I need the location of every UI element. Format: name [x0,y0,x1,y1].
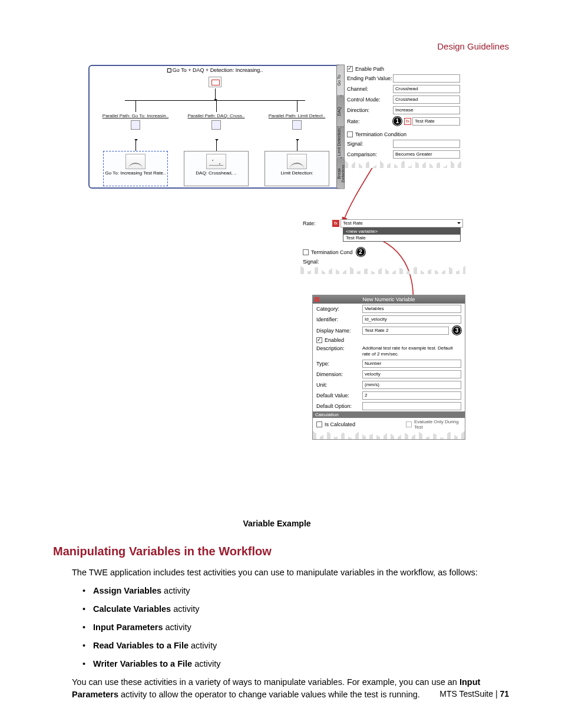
pp2-label: Parallel Path: DAQ: Cross.. [181,113,252,118]
figure: Go To + DAQ + Detection: Increasing.. Pa… [88,65,465,528]
popout-term-checkbox[interactable] [303,249,309,255]
popout-term-label: Termination Cond [311,249,353,255]
pp2-icon [211,120,221,130]
tab-limit[interactable]: Limit Detection [336,127,345,158]
block-goto-label: Go To: Increasing Test Rate.. [104,170,167,176]
callout-2: 2 [356,248,365,256]
nv-defo-label: Default Option: [316,403,362,409]
nv-dim-label: Dimension: [316,371,362,377]
list-item: Writer Variables to a File activity [82,658,509,670]
curve-icon2 [287,154,307,169]
direction-field[interactable]: Increase [393,106,460,114]
dialog-titlebar: New Numeric Variable [313,295,465,304]
fx-icon-2[interactable]: fx [332,220,339,227]
nv-identifier-field[interactable]: Id_velocity [362,315,461,324]
dd-opt-new[interactable]: <new variable> [343,228,460,235]
properties-panel: Go To DAQ Limit Detection Break Detectio… [345,65,462,168]
dialog-title: New Numeric Variable [363,297,415,302]
rate-label: Rate: [347,118,393,124]
channel-label: Channel: [347,86,393,92]
wave-icon [206,154,226,169]
nv-calc-section: Calculation [313,411,465,418]
popout-rate-field[interactable]: Test Rate [340,219,463,228]
section-heading: Manipulating Variables in the Workflow [53,545,509,558]
ending-path-field[interactable] [393,74,460,83]
properties-tabs: Go To DAQ Limit Detection Break Detectio… [336,65,345,189]
pp3-icon [292,120,302,130]
nv-display-field[interactable]: Test Rate 2 [362,327,449,335]
rate-field[interactable]: Test Rate [412,117,460,126]
channel-field[interactable]: Crosshead [393,85,460,93]
termination-label: Termination Condition [355,131,406,137]
block-limit[interactable]: Limit Detection: [265,151,329,186]
controlmode-field[interactable]: Crosshead [393,95,460,104]
nv-enabled-label: Enabled [325,337,344,343]
torn-edge [345,160,462,168]
activity-list: Assign Variables activity Calculate Vari… [82,585,509,670]
curve-icon [125,154,146,169]
list-item: Calculate Variables activity [82,603,509,615]
controlmode-label: Control Mode: [347,97,393,103]
enable-path-checkbox[interactable] [347,66,353,72]
page-footer: MTS TestSuite | 71 [439,689,509,699]
block-limit-label: Limit Detection: [265,170,329,176]
tab-break[interactable]: Break Detection [336,158,345,189]
list-item: Input Parameters activity [82,621,509,634]
nv-dim-field[interactable]: velocity [362,370,461,378]
tab-goto[interactable]: Go To [336,65,345,96]
nv-identifier-label: Identifier: [316,317,362,322]
rate-dropdown-list: <new variable> Test Rate [343,228,461,242]
nv-type-label: Type: [316,361,362,367]
popout-rate-label: Rate: [303,220,332,226]
popout-signal-label: Signal: [303,259,332,265]
rate-dropdown-popout: Rate: fx Test Rate <new variable> Test R… [300,218,465,274]
nv-defo-field[interactable] [362,402,461,410]
block-daq-label: DAQ: Crosshead, .. [184,170,248,176]
block-goto[interactable]: Go To: Increasing Test Rate.. [103,151,168,186]
torn-edge-2 [300,266,465,274]
nv-desc-field[interactable]: Additonal test rate for example test. De… [362,345,461,357]
callout-3: 3 [452,326,461,335]
figure-caption: Variable Example [88,519,465,528]
comparison-field[interactable]: Becomes Greater [393,150,460,159]
pp1-label: Parallel Path: Go To: Increasin.. [100,113,171,118]
nv-unit-field[interactable]: (mm/s) [362,381,461,389]
nv-unit-label: Unit: [316,382,362,388]
body-text: The TWE application includes test activi… [72,566,509,701]
nv-enabled-checkbox[interactable] [316,337,322,343]
new-variable-dialog: New Numeric Variable Category:Variables … [312,295,465,440]
nv-defv-label: Default Value: [316,393,362,398]
parallel-path-3: Parallel Path: Limit Detect.. Limit Dete… [262,113,332,186]
intro-paragraph: The TWE application includes test activi… [72,566,509,579]
termination-checkbox[interactable] [347,131,353,137]
block-daq[interactable]: DAQ: Crosshead, .. [184,151,249,186]
pp1-icon [131,120,140,130]
nv-evalonly-checkbox[interactable] [406,421,412,427]
nv-type-field[interactable]: Number [362,360,461,368]
signal-label: Signal: [347,141,393,147]
callout-1: 1 [393,117,402,126]
nv-category-label: Category: [316,306,362,312]
tab-daq[interactable]: DAQ [336,96,345,127]
parallel-path-2: Parallel Path: DAQ: Cross.. DAQ: Crosshe… [181,113,252,186]
enable-path-label: Enable Path [355,66,384,72]
nv-evalonly-label: Evaluate Only During Test [414,419,461,430]
nv-category-field[interactable]: Variables [362,305,461,313]
workflow-title: Go To + DAQ + Detection: Increasing.. [166,67,264,73]
parallel-path-1: Parallel Path: Go To: Increasin.. Go To:… [100,113,171,186]
nv-defv-field[interactable]: 2 [362,391,461,400]
pp3-label: Parallel Path: Limit Detect.. [262,113,332,118]
ending-path-label: Ending Path Value: [347,75,393,81]
header-section-title: Design Guidelines [437,41,509,51]
torn-edge-3 [313,431,465,439]
signal-field[interactable] [393,140,460,148]
nv-iscalc-label: Is Calculated [325,421,355,427]
dd-opt-testrate[interactable]: Test Rate [343,235,460,241]
direction-label: Direction: [347,107,393,113]
workflow-diagram: Go To + DAQ + Detection: Increasing.. Pa… [88,65,342,189]
nv-iscalc-checkbox[interactable] [316,421,322,427]
fx-icon[interactable]: fx [404,118,411,125]
workflow-root-icon [209,77,222,87]
nv-desc-label: Description: [316,345,362,351]
nv-display-label: Display Name: [316,328,362,334]
